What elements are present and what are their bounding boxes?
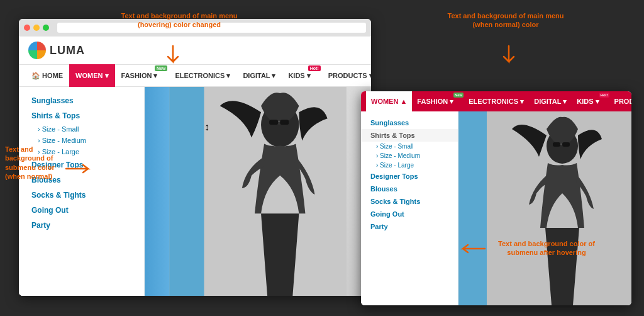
svg-rect-9 — [553, 142, 560, 147]
kids-badge: Hot! — [308, 65, 321, 71]
submenu2-party[interactable]: Party — [361, 220, 458, 233]
fashion-badge: New — [155, 65, 167, 71]
submenu2-sunglasses[interactable]: Sunglasses — [361, 116, 458, 129]
secondary-navigation: WOMEN ▲ FASHION ▾ New ELECTRONICS ▾ DIGI… — [361, 91, 631, 111]
submenu2-going-out[interactable]: Going Out — [361, 208, 458, 220]
svg-rect-4 — [280, 120, 289, 125]
nav2-fashion[interactable]: FASHION ▾ New — [412, 91, 464, 111]
submenu-going-out[interactable]: Going Out — [19, 203, 144, 218]
secondary-content: Sunglasses Shirts & Tops › Size - Small … — [361, 111, 631, 305]
logo: LUMA — [28, 42, 85, 59]
submenu2-designer-tops[interactable]: Designer Tops — [361, 170, 458, 183]
secondary-hero-image: 🖱 — [458, 111, 631, 305]
nav-home[interactable]: 🏠 HOME — [25, 64, 69, 87]
submenu-party[interactable]: Party — [19, 218, 144, 233]
nav2-kids[interactable]: KIDS ▾ Hot! — [572, 91, 609, 111]
submenu-size-small[interactable]: › Size - Small — [19, 123, 144, 135]
fashion2-badge: New — [453, 93, 464, 98]
submenu-socks-tights[interactable]: Socks & Tights — [19, 188, 144, 203]
submenu-blouses[interactable]: Blouses — [19, 172, 144, 188]
minimize-dot[interactable] — [33, 25, 40, 31]
submenu-size-large[interactable]: › Size - Large — [19, 146, 144, 157]
svg-rect-7 — [458, 111, 487, 305]
svg-rect-3 — [269, 120, 278, 125]
nav2-electronics[interactable]: ELECTRONICS ▾ — [464, 91, 529, 111]
site-content: Sunglasses Shirts & Tops › Size - Small … — [19, 87, 371, 296]
nav-digital[interactable]: DIGITAL ▾ — [236, 64, 282, 87]
submenu2-size-medium[interactable]: › Size - Medium — [361, 151, 458, 161]
hero-figure — [145, 87, 371, 296]
nav-kids[interactable]: KIDS ▾ Hot! — [282, 64, 321, 87]
maximize-dot[interactable] — [43, 25, 49, 31]
secondary-submenu-panel: Sunglasses Shirts & Tops › Size - Small … — [361, 111, 458, 305]
nav-electronics[interactable]: ELECTRONICS ▾ — [169, 64, 236, 87]
close-dot[interactable] — [24, 25, 30, 31]
main-navigation: 🏠 HOME WOMEN ▾ FASHION ▾ New ELECTRONICS… — [19, 64, 371, 87]
submenu-panel: Sunglasses Shirts & Tops › Size - Small … — [19, 87, 145, 296]
submenu-shirts-tops[interactable]: Shirts & Tops — [19, 108, 144, 123]
logo-icon — [28, 42, 46, 59]
svg-rect-1 — [169, 87, 204, 296]
nav-fashion[interactable]: FASHION ▾ New — [115, 64, 169, 87]
nav-women[interactable]: WOMEN ▾ — [69, 64, 114, 87]
url-bar — [57, 23, 366, 33]
submenu-sunglasses[interactable]: Sunglasses — [19, 93, 144, 108]
nav2-products[interactable]: PRODUCTS ▾ — [609, 91, 631, 111]
cursor-icon: ↕ — [204, 121, 209, 133]
submenu-designer-tops[interactable]: Designer Tops — [19, 157, 144, 172]
kids2-badge: Hot! — [599, 93, 609, 98]
secondary-hero-figure — [458, 111, 631, 305]
logo-text: LUMA — [50, 44, 85, 57]
submenu2-size-small[interactable]: › Size - Small — [361, 142, 458, 151]
annotation-normal-color: Text and background of main menu (when n… — [443, 11, 569, 30]
submenu2-shirts-tops[interactable]: Shirts & Tops — [361, 129, 458, 142]
submenu-size-medium[interactable]: › Size - Medium — [19, 135, 144, 146]
nav2-women[interactable]: WOMEN ▲ — [366, 91, 412, 111]
secondary-browser-window: WOMEN ▲ FASHION ▾ New ELECTRONICS ▾ DIGI… — [361, 91, 631, 305]
browser-toolbar — [19, 19, 371, 37]
site-header: LUMA — [19, 37, 371, 64]
submenu2-blouses[interactable]: Blouses — [361, 183, 458, 195]
hero-image: ↕ — [145, 87, 371, 296]
svg-rect-10 — [562, 142, 570, 147]
nav-products[interactable]: PRODUCTS ▾ — [322, 64, 371, 87]
submenu2-socks-tights[interactable]: Socks & Tights — [361, 195, 458, 208]
nav2-digital[interactable]: DIGITAL ▾ — [529, 91, 572, 111]
submenu2-size-large[interactable]: › Size - Large — [361, 161, 458, 170]
main-browser-window: LUMA 🏠 HOME WOMEN ▾ FASHION ▾ New ELECTR… — [19, 19, 371, 296]
